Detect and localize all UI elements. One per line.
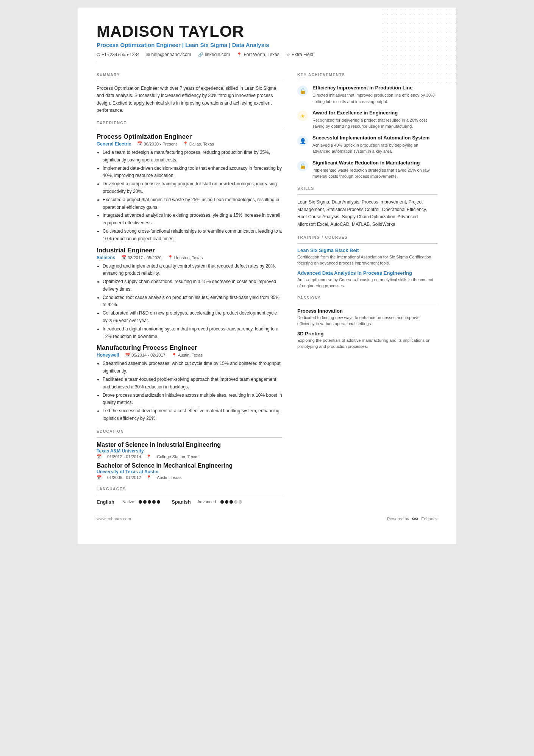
dot-s2	[225, 500, 228, 504]
bullet-1-2: Implemented data-driven decision-making …	[103, 165, 282, 180]
job-title-2: Industrial Engineer	[97, 247, 282, 254]
edu-meta-1: 📅 01/2012 - 01/2014 📍 College Station, T…	[97, 454, 282, 459]
experience-divider	[97, 129, 282, 129]
job-title-1: Process Optimization Engineer	[97, 133, 282, 141]
content-area: MADISON TAYLOR Process Optimization Engi…	[97, 23, 437, 521]
achievements-label: KEY ACHIEVEMENTS	[297, 73, 437, 77]
job-title-3: Manufacturing Process Engineer	[97, 344, 282, 352]
company-3: Honeywell	[97, 352, 119, 358]
bullet-1-4: Executed a project that minimized waste …	[103, 196, 282, 211]
contact-phone: ✆ +1-(234)-555-1234	[97, 52, 139, 57]
job-bullets-2: Designed and implemented a quality contr…	[97, 263, 282, 341]
lang-english: English Native	[97, 499, 160, 505]
dot-5	[157, 500, 160, 504]
bullet-2-3: Conducted root cause analysis on product…	[103, 294, 282, 309]
pin-icon-1: 📍	[183, 141, 188, 146]
experience-label: EXPERIENCE	[97, 121, 282, 125]
achievement-2: ★ Award for Excellence in Engineering Re…	[297, 110, 437, 130]
languages-label: LANGUAGES	[97, 487, 282, 491]
brand-name: Enhancv	[421, 517, 437, 521]
achievement-3: 👤 Successful Implementation of Automatio…	[297, 135, 437, 155]
edu-cal-icon-1: 📅	[97, 454, 102, 459]
achievement-content-1: Efficiency Improvement in Production Lin…	[312, 85, 437, 105]
edu-cal-icon-2: 📅	[97, 475, 102, 480]
footer-website: www.enhancv.com	[97, 517, 131, 521]
job-bullets-3: Streamlined assembly processes, which cu…	[97, 360, 282, 422]
spanish-dots	[220, 500, 242, 504]
languages-divider	[97, 495, 282, 495]
calendar-icon-3: 📅	[125, 353, 130, 358]
bullet-3-1: Streamlined assembly processes, which cu…	[103, 360, 282, 375]
location-icon: 📍	[237, 52, 242, 57]
header-section: MADISON TAYLOR Process Optimization Engi…	[97, 23, 437, 57]
edu-meta-2: 📅 01/2008 - 01/2012 📍 Austin, Texas	[97, 475, 282, 480]
footer: www.enhancv.com Powered by Enhancv	[97, 516, 437, 521]
job-location-2: 📍 Houston, Texas	[168, 255, 203, 260]
school-1: Texas A&M University	[97, 448, 282, 454]
resume-page: MADISON TAYLOR Process Optimization Engi…	[78, 8, 456, 544]
bullet-2-2: Optimized supply chain operations, resul…	[103, 278, 282, 293]
job-bullets-1: Led a team to redesign a manufacturing p…	[97, 149, 282, 243]
bullet-3-4: Led the successful development of a cost…	[103, 407, 282, 423]
languages-row: English Native Spanish Advanced	[97, 499, 282, 505]
bullet-2-5: Introduced a digital monitoring system t…	[103, 326, 282, 341]
job-dates-3: 📅 05/2014 - 02/2017	[125, 352, 165, 358]
company-1: General Electric	[97, 141, 131, 147]
achievement-icon-1: 🔒	[297, 86, 308, 96]
email-icon: ✉	[146, 52, 150, 57]
powered-by-text: Powered by	[387, 517, 409, 521]
bullet-3-2: Facilitated a team-focused problem-solvi…	[103, 376, 282, 391]
pin-icon-2: 📍	[168, 255, 173, 260]
job-meta-1: General Electric 📅 06/2020 - Present 📍 D…	[97, 141, 282, 147]
candidate-title: Process Optimization Engineer | Lean Six…	[97, 42, 437, 48]
calendar-icon-1: 📅	[137, 141, 142, 146]
training-label: TRAINING / COURSES	[297, 235, 437, 239]
achievement-content-2: Award for Excellence in Engineering Reco…	[312, 110, 437, 130]
contact-linkedin: 🔗 linkedin.com	[198, 52, 230, 57]
header-divider	[97, 62, 437, 62]
degree-1: Master of Science in Industrial Engineer…	[97, 441, 282, 448]
dot-1	[139, 500, 142, 504]
bullet-2-4: Collaborated with R&D on new prototypes,…	[103, 310, 282, 325]
dot-s3	[230, 500, 233, 504]
job-meta-2: Siemens 📅 03/2017 - 05/2020 📍 Houston, T…	[97, 255, 282, 260]
pin-icon-3: 📍	[172, 353, 177, 358]
job-location-1: 📍 Dallas, Texas	[183, 141, 214, 147]
contact-email: ✉ help@enhancv.com	[146, 52, 191, 57]
bullet-1-1: Led a team to redesign a manufacturing p…	[103, 149, 282, 164]
achievement-1: 🔒 Efficiency Improvement in Production L…	[297, 85, 437, 105]
training-divider	[297, 243, 437, 244]
edu-pin-icon-2: 📍	[146, 475, 151, 480]
dot-3	[148, 500, 151, 504]
footer-logo: Powered by Enhancv	[387, 516, 437, 521]
contact-line: ✆ +1-(234)-555-1234 ✉ help@enhancv.com 🔗…	[97, 52, 437, 57]
degree-2: Bachelor of Science in Mechanical Engine…	[97, 462, 282, 469]
job-meta-3: Honeywell 📅 05/2014 - 02/2017 📍 Austin, …	[97, 352, 282, 358]
contact-location: 📍 Fort Worth, Texas	[237, 52, 279, 57]
bullet-3-3: Drove process standardization initiative…	[103, 392, 282, 407]
skills-text: Lean Six Sigma, Data Analysis, Process I…	[297, 199, 437, 229]
english-dots	[139, 500, 160, 504]
education-label: EDUCATION	[97, 429, 282, 434]
enhancv-logo-icon	[411, 516, 419, 521]
passion-2: 3D Printing Exploring the potentials of …	[297, 331, 437, 350]
star-icon: ☆	[286, 52, 290, 57]
calendar-icon-2: 📅	[121, 255, 126, 260]
achievement-4: 🔒 Significant Waste Reduction in Manufac…	[297, 160, 437, 180]
summary-divider	[97, 81, 282, 81]
bullet-1-5: Integrated advanced analytics into exist…	[103, 212, 282, 227]
contact-extra: ☆ Extra Field	[286, 52, 313, 57]
passion-1: Process Innovation Dedicated to finding …	[297, 308, 437, 327]
bullet-1-6: Cultivated strong cross-functional relat…	[103, 228, 282, 243]
right-column: KEY ACHIEVEMENTS 🔒 Efficiency Improvemen…	[297, 66, 437, 505]
left-column: SUMMARY Process Optimization Engineer wi…	[97, 66, 282, 505]
job-dates-1: 📅 06/2020 - Present	[137, 141, 176, 147]
passions-label: PASSIONS	[297, 296, 437, 300]
achievement-icon-2: ★	[297, 111, 308, 121]
skills-label: SKILLS	[297, 186, 437, 191]
candidate-name: MADISON TAYLOR	[97, 23, 437, 40]
achievement-icon-4: 🔒	[297, 161, 308, 171]
dot-2	[143, 500, 147, 504]
achievement-icon-3: 👤	[297, 136, 308, 146]
dot-4	[152, 500, 156, 504]
